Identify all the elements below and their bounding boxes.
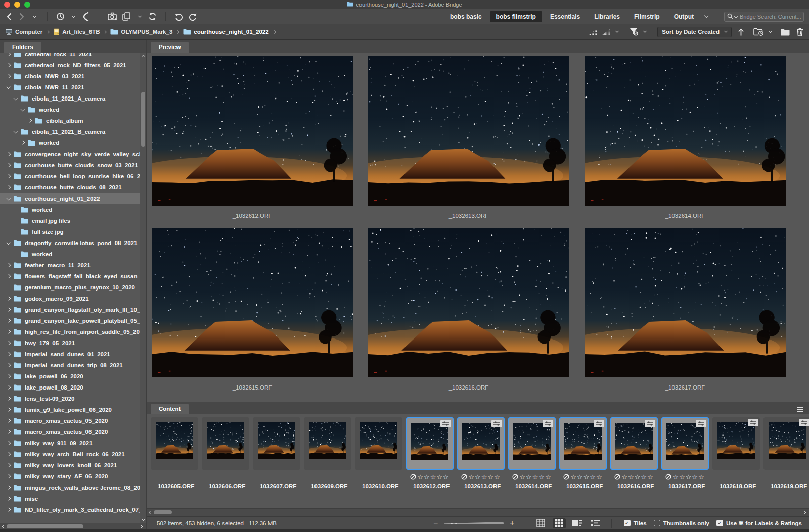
camera-import-icon[interactable]	[108, 11, 118, 22]
chevron-right-icon[interactable]	[5, 364, 12, 367]
folder-item-courthouse-butte-clouds-08-2021[interactable]: courthouse_butte_clouds_08_2021	[0, 182, 146, 193]
thumbnail-selected[interactable]	[457, 417, 505, 470]
duplicate-icon[interactable]	[122, 11, 131, 22]
forward-button[interactable]	[18, 11, 26, 22]
folder-item-milky-way-stary-af-06-2020[interactable]: milky_way_stary_AF_06_2020	[0, 471, 146, 482]
checkbox-checked-icon[interactable]: ✓	[716, 520, 723, 526]
chevron-right-icon[interactable]	[5, 353, 12, 356]
folder-item-worked[interactable]: worked	[0, 137, 146, 149]
rating-row[interactable]: ☆☆☆☆☆	[461, 472, 500, 481]
thumb-quality-hq-icon[interactable]	[602, 26, 611, 37]
folder-item-cibola-11-2021-b-camera[interactable]: cibola_11_2021_B_camera	[0, 126, 146, 137]
chevron-right-icon[interactable]	[5, 275, 12, 278]
duplicate-dropdown-icon[interactable]	[136, 11, 144, 22]
chevron-right-icon[interactable]	[5, 153, 12, 156]
folder-item-milky-way-911-09-2021[interactable]: milky_way_911_09_2021	[0, 438, 146, 449]
thumbnail-selected[interactable]	[610, 417, 658, 470]
star-rating[interactable]: ☆☆☆☆☆	[417, 474, 449, 480]
workspace-tab-filmstrip[interactable]: Filmstrip	[628, 11, 666, 22]
details-view-button[interactable]	[571, 518, 584, 528]
nav-dropdown-icon[interactable]	[30, 11, 38, 22]
rating-row[interactable]: ☆☆☆☆☆	[410, 472, 449, 481]
folder-item-courthouse-bell-loop-sunrise-hike-06-202[interactable]: courthouse_bell_loop_sunrise_hike_06_202	[0, 171, 146, 182]
thumbnail-image[interactable]	[769, 422, 806, 459]
chevron-right-icon[interactable]	[5, 375, 12, 378]
chevron-right-icon[interactable]	[5, 475, 12, 478]
folder-item-grand-canyon-flagstaff-oly-mark-iii-10-202[interactable]: grand_canyon_flagstaff_oly_mark_III_10_2…	[0, 304, 146, 315]
content-hscroll-thumb[interactable]	[154, 510, 172, 514]
thumbnail[interactable]	[253, 417, 300, 470]
search-input[interactable]: Bridge Search: Current...	[724, 12, 804, 22]
folder-item-cibola-nwr-11-2021[interactable]: cibola_NWR_11_2021	[0, 82, 146, 93]
chevron-right-icon[interactable]	[5, 430, 12, 433]
chevron-right-icon[interactable]	[5, 186, 12, 189]
thumbnail-smaller-button[interactable]: −	[432, 519, 439, 527]
chevron-right-icon[interactable]	[5, 453, 12, 456]
thumbnail-image[interactable]	[156, 422, 193, 459]
thumbnail-image[interactable]	[717, 422, 755, 459]
thumbnail-size-slider[interactable]	[444, 522, 504, 525]
redo-icon[interactable]	[188, 11, 197, 22]
preview-image[interactable]	[152, 228, 353, 377]
chevron-right-icon[interactable]	[26, 119, 33, 122]
thumbnail[interactable]	[355, 417, 402, 470]
chevron-right-icon[interactable]	[5, 408, 12, 411]
new-folder-icon[interactable]	[780, 26, 790, 37]
tab-content[interactable]: Content	[151, 404, 189, 414]
rating-row[interactable]: ☆☆☆☆☆	[563, 472, 602, 481]
preview-image[interactable]	[368, 228, 569, 377]
star-rating[interactable]: ☆☆☆☆☆	[570, 474, 602, 480]
scroll-up-icon[interactable]	[140, 53, 146, 59]
tab-preview[interactable]: Preview	[151, 42, 189, 53]
preview-image[interactable]	[585, 56, 786, 206]
content-menu-icon[interactable]	[797, 405, 804, 414]
folder-item-macro-xmas-cactus-06-2020[interactable]: macro_xmas_cactus_06_2020	[0, 426, 146, 438]
thumbnail-selected[interactable]	[508, 417, 556, 470]
breadcrumb-item-art-files-6tb[interactable]: Art_files_6TB	[53, 28, 100, 35]
folder-item-misc[interactable]: misc	[0, 493, 146, 504]
folders-vertical-scrollbar[interactable]	[140, 53, 146, 523]
folder-item-grand-canyon-lake-powell-platyball-05-20[interactable]: grand_canyon_lake_powell_platyball_05_20	[0, 315, 146, 326]
recent-folder-icon[interactable]	[753, 26, 765, 37]
thumb-quality-dropdown-icon[interactable]	[613, 26, 621, 37]
thumbnail-image[interactable]	[615, 423, 653, 460]
chevron-right-icon[interactable]	[5, 175, 12, 178]
reject-icon[interactable]	[614, 474, 620, 480]
thumbnail-selected[interactable]	[406, 417, 454, 470]
back-button[interactable]	[5, 11, 13, 22]
folders-scroll-thumb[interactable]	[141, 92, 145, 147]
chevron-right-icon[interactable]	[5, 297, 12, 300]
chevron-right-icon[interactable]	[5, 75, 12, 78]
workspace-tab-essentials[interactable]: Essentials	[544, 11, 586, 22]
workspace-tab-bobs-basic[interactable]: bobs basic	[444, 11, 488, 22]
lock-grid-button[interactable]	[534, 518, 548, 528]
folder-item-cathedraol-rock-nd-filters-05-2021[interactable]: cathedraol_rock_ND_filters_05_2021	[0, 60, 146, 71]
scroll-right-icon[interactable]	[802, 509, 808, 516]
thumbnail-image[interactable]	[411, 423, 448, 460]
checkbox-use-for-labels-ratings[interactable]: ✓Use ⌘ for Labels & Ratings	[716, 520, 802, 527]
star-rating[interactable]: ☆☆☆☆☆	[621, 474, 653, 480]
filter-dropdown-icon[interactable]	[641, 26, 649, 37]
chevron-right-icon[interactable]	[5, 342, 12, 345]
thumbnail-selected[interactable]	[559, 417, 607, 470]
content-horizontal-scrollbar[interactable]	[147, 508, 809, 516]
workspace-tab-libraries[interactable]: Libraries	[588, 11, 626, 22]
folder-item-imperial-sand-dunes-trip-08-2021[interactable]: imperial_sand_dunes_trip_08_2021	[0, 360, 146, 371]
chevron-right-icon[interactable]	[5, 497, 12, 500]
checkbox-unchecked-icon[interactable]	[654, 520, 660, 526]
folder-item-cibola-11-2021-a-camera[interactable]: cibola_11_2021_A_camera	[0, 93, 146, 104]
folder-item-worked[interactable]: worked	[0, 249, 146, 260]
thumbnail[interactable]	[151, 417, 198, 470]
folder-item-courhouse-butte-clouds-snow-03-2021[interactable]: courhouse_butte_clouds_snow_03_2021	[0, 160, 146, 171]
chevron-right-icon[interactable]	[5, 319, 12, 322]
filter-icon[interactable]	[630, 26, 639, 37]
scroll-right-icon[interactable]	[139, 523, 145, 529]
reject-icon[interactable]	[563, 474, 569, 480]
thumb-quality-fast-icon[interactable]	[589, 26, 598, 37]
scroll-down-icon[interactable]	[140, 517, 146, 523]
workspace-tab-output[interactable]: Output	[668, 11, 700, 22]
chevron-right-icon[interactable]	[5, 64, 12, 67]
thumbnail[interactable]	[763, 417, 809, 470]
folders-hscroll-thumb[interactable]	[7, 524, 83, 528]
folder-item-godox-macro-09-2021[interactable]: godox_macro_09_2021	[0, 293, 146, 304]
